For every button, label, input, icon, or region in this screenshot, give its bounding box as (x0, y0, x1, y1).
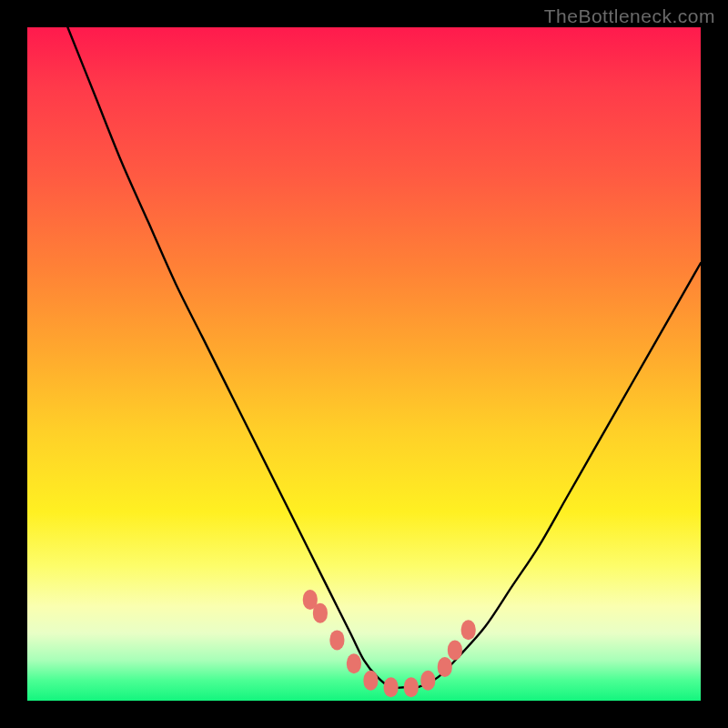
curve-layer (27, 27, 701, 701)
optimal-marker (448, 641, 462, 661)
bottleneck-curve (67, 27, 701, 688)
optimal-marker (404, 677, 419, 697)
optimal-marker (313, 603, 328, 623)
watermark-text: TheBottleneck.com (544, 5, 715, 27)
optimal-marker (363, 671, 378, 691)
optimal-markers (303, 590, 476, 697)
optimal-marker (347, 653, 361, 673)
plot-area (27, 27, 701, 701)
chart-frame: TheBottleneck.com (0, 0, 728, 728)
optimal-marker (438, 657, 452, 677)
optimal-marker (329, 630, 344, 650)
optimal-marker (384, 677, 399, 697)
optimal-marker (461, 620, 476, 640)
optimal-marker (420, 671, 435, 691)
